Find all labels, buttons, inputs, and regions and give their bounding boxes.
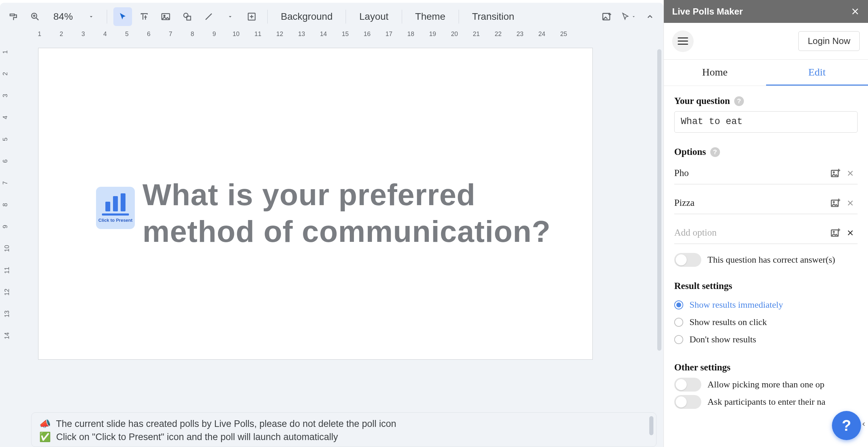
poll-icon[interactable]: Click to Present <box>96 187 135 229</box>
add-image-icon[interactable] <box>830 197 842 209</box>
main-editor: 84% Background Layout Theme <box>0 3 663 447</box>
divider <box>267 10 268 24</box>
tab-edit[interactable]: Edit <box>766 60 868 86</box>
sidebar-tabs: Home Edit <box>664 60 868 86</box>
sidebar-header: Live Polls Maker <box>664 0 868 23</box>
option-row <box>674 192 858 214</box>
remove-option-button[interactable] <box>847 169 856 177</box>
question-input[interactable] <box>674 111 858 133</box>
radio-show-on-click[interactable]: Show results on click <box>674 314 858 331</box>
clear-option-button[interactable] <box>847 229 856 237</box>
add-image-icon[interactable] <box>830 167 842 179</box>
scrollbar-vertical[interactable] <box>657 49 661 351</box>
cursor-options-button[interactable] <box>619 7 638 26</box>
shape-button[interactable] <box>178 7 197 26</box>
theme-button[interactable]: Theme <box>408 7 452 26</box>
svg-point-8 <box>833 172 834 173</box>
layout-button[interactable]: Layout <box>352 7 395 26</box>
login-button[interactable]: Login Now <box>798 31 860 51</box>
multi-choice-label: Allow picking more than one op <box>708 379 824 390</box>
option-input-2[interactable] <box>674 198 825 208</box>
canvas[interactable]: Click to Present What is your preferred … <box>17 44 663 447</box>
other-settings-label: Other settings <box>674 362 858 373</box>
svg-point-12 <box>833 231 834 232</box>
zoom-dropdown[interactable] <box>82 7 101 26</box>
collapse-panel-button[interactable] <box>860 416 868 432</box>
divider <box>346 10 346 24</box>
line-button[interactable] <box>199 7 218 26</box>
zoom-display[interactable]: 84% <box>47 11 79 22</box>
sidebar-title: Live Polls Maker <box>672 6 743 17</box>
ruler-horizontal-wrap: 1234567891011121314151617181920212223242… <box>0 30 663 44</box>
radio-icon <box>674 300 683 309</box>
sidebar: Live Polls Maker Login Now Home Edit You… <box>663 0 868 447</box>
svg-point-2 <box>164 15 165 17</box>
sidebar-body: Your question ? Options ? <box>664 86 868 447</box>
remove-option-button[interactable] <box>847 199 856 207</box>
image-button[interactable] <box>156 7 175 26</box>
insert-image-ai-button[interactable] <box>598 7 616 26</box>
transition-button[interactable]: Transition <box>465 7 521 26</box>
help-icon[interactable]: ? <box>710 147 720 157</box>
slide-title[interactable]: What is your preferred method of communi… <box>142 176 592 249</box>
multi-choice-toggle[interactable] <box>674 378 701 392</box>
zoom-value: 84% <box>53 11 73 22</box>
add-image-icon[interactable] <box>830 227 842 239</box>
paint-format-button[interactable] <box>4 7 23 26</box>
ruler-vertical: 1234567891011121314 <box>0 44 17 447</box>
radio-show-immediately[interactable]: Show results immediately <box>674 296 858 314</box>
slide[interactable]: Click to Present What is your preferred … <box>38 48 593 360</box>
divider <box>107 10 107 24</box>
note-line-2: Click on "Click to Present" icon and the… <box>56 432 338 442</box>
radio-icon <box>674 335 683 344</box>
note-line-1: The current slide has created polls by L… <box>56 419 397 429</box>
options-label: Options <box>674 147 706 157</box>
ask-names-label: Ask participants to enter their na <box>708 397 825 407</box>
notes-scrollbar[interactable] <box>649 416 653 435</box>
option-row-add <box>674 222 858 244</box>
question-label: Your question <box>674 96 730 106</box>
select-tool-button[interactable] <box>113 7 132 26</box>
radio-icon <box>674 318 683 327</box>
comment-button[interactable] <box>242 7 261 26</box>
correct-answer-label: This question has correct answer(s) <box>708 255 835 265</box>
ruler-horizontal: 1234567891011121314151617181920212223242… <box>17 30 663 44</box>
bar-chart-icon <box>105 193 125 211</box>
collapse-toolbar-button[interactable] <box>641 7 659 26</box>
svg-point-3 <box>184 13 188 18</box>
correct-answer-toggle[interactable] <box>674 253 701 267</box>
poll-icon-label: Click to Present <box>98 218 132 223</box>
help-icon[interactable]: ? <box>734 96 744 106</box>
result-settings-label: Result settings <box>674 281 858 291</box>
divider <box>459 10 459 24</box>
option-row <box>674 162 858 184</box>
background-button[interactable]: Background <box>274 7 339 26</box>
svg-point-10 <box>833 201 834 202</box>
menu-button[interactable] <box>672 30 694 52</box>
help-fab-button[interactable]: ? <box>832 411 861 440</box>
tab-home[interactable]: Home <box>664 60 766 86</box>
divider <box>402 10 402 24</box>
zoom-button[interactable] <box>26 7 44 26</box>
ask-names-toggle[interactable] <box>674 395 701 409</box>
line-dropdown[interactable] <box>221 7 240 26</box>
radio-dont-show[interactable]: Don't show results <box>674 331 858 348</box>
add-option-input[interactable] <box>674 227 825 238</box>
option-input-1[interactable] <box>674 168 825 178</box>
toolbar: 84% Background Layout Theme <box>0 3 663 30</box>
sidebar-topbar: Login Now <box>664 23 868 60</box>
close-sidebar-button[interactable] <box>851 7 860 16</box>
text-box-button[interactable] <box>135 7 154 26</box>
speaker-notes[interactable]: 📣 The current slide has created polls by… <box>31 412 657 447</box>
